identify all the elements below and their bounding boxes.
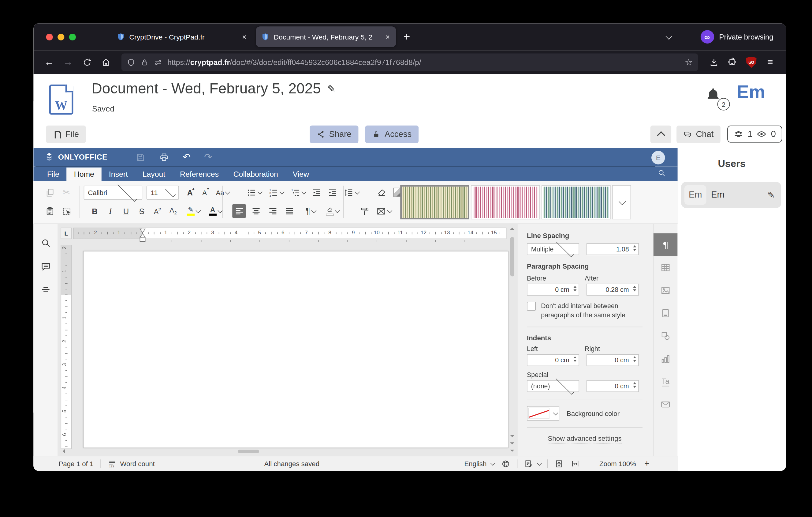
find-search-icon[interactable]: [40, 237, 51, 250]
spinner-arrows[interactable]: [633, 356, 636, 362]
next-page-arrow[interactable]: [510, 442, 514, 444]
table-settings-tab[interactable]: [654, 256, 678, 279]
home-button[interactable]: [97, 54, 114, 71]
style-thumbnail-2[interactable]: [471, 185, 540, 219]
tab-stop-selector[interactable]: L: [61, 227, 71, 239]
chart-settings-tab[interactable]: [654, 347, 678, 370]
line-spacing-value-spinner[interactable]: 1.08: [586, 243, 639, 255]
justify-button[interactable]: [282, 204, 296, 218]
menu-tab-layout[interactable]: Layout: [135, 167, 173, 181]
horizontal-scrollbar[interactable]: [58, 449, 505, 455]
close-tab-icon[interactable]: ×: [384, 33, 391, 41]
comments-icon[interactable]: [40, 261, 51, 274]
spinner-arrows[interactable]: [573, 286, 576, 292]
word-count-button[interactable]: Word count: [107, 459, 154, 468]
spellcheck-language-globe-icon[interactable]: [501, 459, 510, 468]
editor-search-icon[interactable]: [657, 168, 666, 180]
nonprinting-chars-button[interactable]: ¶: [300, 204, 320, 218]
menu-tab-view[interactable]: View: [286, 167, 316, 181]
scroll-up-arrow[interactable]: [510, 227, 514, 230]
special-indent-spinner[interactable]: 0 cm: [586, 380, 639, 392]
align-left-button[interactable]: [232, 204, 246, 218]
italic-button[interactable]: I: [104, 204, 117, 218]
paragraph-shading-button[interactable]: [322, 204, 342, 218]
no-interval-checkbox[interactable]: [527, 302, 536, 310]
site-permissions-icon[interactable]: [154, 58, 163, 67]
file-button[interactable]: File: [46, 126, 86, 143]
multilevel-list-button[interactable]: [288, 186, 308, 199]
indent-markers[interactable]: [139, 228, 146, 243]
list-all-tabs-chevron-icon[interactable]: [666, 32, 671, 42]
notifications-bell-icon[interactable]: 2: [705, 87, 727, 109]
chevron-down-icon[interactable]: [550, 407, 559, 420]
line-spacing-select[interactable]: Multiple: [527, 243, 579, 255]
back-button[interactable]: ←: [41, 54, 58, 71]
textart-settings-tab[interactable]: Ta: [654, 370, 678, 393]
reload-button[interactable]: [79, 54, 95, 71]
increase-indent-button[interactable]: [325, 186, 339, 199]
print-button[interactable]: [159, 152, 169, 162]
extensions-puzzle-icon[interactable]: [724, 54, 741, 71]
font-name-select[interactable]: Calibri: [84, 185, 143, 199]
highlight-color-button[interactable]: ✎: [183, 204, 203, 218]
mail-merge-button[interactable]: [374, 204, 394, 218]
indent-right-spinner[interactable]: 0 cm: [586, 354, 639, 366]
tab-cryptdrive[interactable]: CryptDrive - CryptPad.fr ×: [111, 26, 253, 47]
collapse-toolbar-button[interactable]: [650, 126, 671, 143]
clear-style-button[interactable]: [375, 186, 388, 199]
editor-user-avatar[interactable]: E: [651, 151, 665, 164]
zoom-window-button[interactable]: [69, 33, 76, 40]
menu-tab-references[interactable]: References: [173, 167, 226, 181]
participants-indicator[interactable]: 1 0: [727, 126, 782, 143]
paragraph-settings-tab[interactable]: ¶: [654, 234, 678, 256]
undo-button[interactable]: ↶: [183, 151, 191, 163]
tracking-protection-shield-icon[interactable]: [127, 58, 136, 67]
menu-tab-collaboration[interactable]: Collaboration: [226, 167, 286, 181]
menu-tab-insert[interactable]: Insert: [102, 167, 135, 181]
align-center-button[interactable]: [249, 204, 262, 218]
url-bar[interactable]: https://cryptpad.fr/doc/#/3/doc/edit/ff0…: [121, 53, 698, 71]
document-language-button[interactable]: English: [464, 460, 494, 467]
fit-to-width-button[interactable]: [571, 459, 580, 468]
underline-button[interactable]: U: [119, 204, 133, 218]
menu-tab-home[interactable]: Home: [67, 167, 102, 181]
superscript-button[interactable]: A2: [151, 204, 164, 218]
ublock-origin-icon[interactable]: uO: [743, 54, 760, 71]
previous-page-arrow[interactable]: [510, 435, 514, 437]
shape-settings-tab[interactable]: [654, 325, 678, 347]
minimize-window-button[interactable]: [58, 33, 64, 40]
tab-document-active[interactable]: Document - Wed, February 5, 2 ×: [256, 26, 396, 47]
style-thumbnail-1[interactable]: [400, 185, 469, 219]
account-avatar[interactable]: Em: [737, 81, 765, 102]
decrease-indent-button[interactable]: [310, 186, 323, 199]
spinner-arrows[interactable]: [633, 286, 636, 292]
app-menu-icon[interactable]: ≡: [762, 54, 779, 71]
zoom-in-button[interactable]: +: [644, 459, 649, 468]
bold-button[interactable]: B: [88, 204, 101, 218]
subscript-button[interactable]: A2: [167, 204, 180, 218]
vertical-scrollbar[interactable]: [509, 227, 516, 453]
spinner-arrows[interactable]: [633, 382, 636, 388]
fit-to-page-button[interactable]: [555, 459, 563, 468]
strikethrough-button[interactable]: S: [135, 204, 148, 218]
numbered-list-button[interactable]: [266, 186, 286, 199]
paste-button[interactable]: [43, 204, 56, 218]
styles-gallery-expand-button[interactable]: [612, 185, 631, 219]
special-indent-select[interactable]: (none): [527, 380, 579, 392]
connection-lock-icon[interactable]: [140, 58, 149, 67]
spinner-arrows[interactable]: [573, 356, 576, 362]
user-list-item[interactable]: Em Em ✎: [682, 182, 781, 208]
show-advanced-settings-link[interactable]: Show advanced settings: [527, 435, 642, 442]
bookmark-star-icon[interactable]: ☆: [685, 57, 693, 68]
mail-merge-settings-tab[interactable]: [654, 393, 678, 416]
spacing-before-spinner[interactable]: 0 cm: [527, 283, 579, 296]
line-spacing-button[interactable]: [341, 186, 361, 199]
rename-pencil-icon[interactable]: ✎: [327, 83, 335, 94]
zoom-out-button[interactable]: −: [587, 460, 591, 467]
downloads-icon[interactable]: [705, 54, 722, 71]
page-number-indicator[interactable]: Page 1 of 1: [59, 460, 94, 467]
share-button[interactable]: Share: [310, 126, 358, 143]
scroll-down-arrow[interactable]: [510, 450, 514, 452]
edit-name-pencil-icon[interactable]: ✎: [767, 190, 775, 200]
navigation-headings-icon[interactable]: [40, 284, 51, 297]
